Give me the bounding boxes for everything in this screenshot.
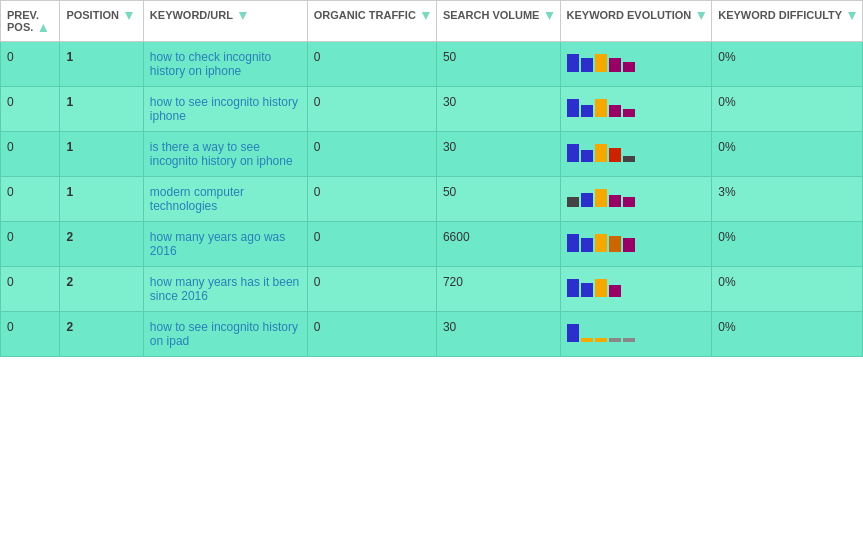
col-header-difficulty[interactable]: KEYWORD DIFFICULTY (712, 1, 863, 42)
bar (567, 279, 579, 297)
cell-keyword[interactable]: how to see incognito history on ipad (143, 312, 307, 357)
table-row: 0 2 how many years has it been since 201… (1, 267, 863, 312)
bar-chart (567, 185, 706, 207)
bar-chart (567, 95, 706, 117)
col-header-evolution[interactable]: KEYWORD EVOLUTION (560, 1, 712, 42)
cell-evolution (560, 42, 712, 87)
bar (581, 238, 593, 252)
bar (623, 238, 635, 252)
table-row: 0 1 modern computer technologies 0 50 3% (1, 177, 863, 222)
cell-evolution (560, 132, 712, 177)
bar (581, 283, 593, 297)
prev-pos-label: PREV. POS. (7, 9, 39, 33)
keyword-link[interactable]: how to see incognito history iphone (150, 95, 298, 123)
cell-keyword[interactable]: how many years ago was 2016 (143, 222, 307, 267)
keyword-link[interactable]: is there a way to see incognito history … (150, 140, 293, 168)
bar (581, 105, 593, 117)
bar (595, 54, 607, 72)
cell-organic: 0 (307, 132, 436, 177)
bar-chart (567, 50, 706, 72)
cell-keyword[interactable]: how many years has it been since 2016 (143, 267, 307, 312)
bar (567, 234, 579, 252)
bar (567, 144, 579, 162)
col-header-position[interactable]: POSITION (60, 1, 143, 42)
cell-prev-pos: 0 (1, 42, 60, 87)
cell-search-volume: 50 (436, 177, 560, 222)
cell-search-volume: 30 (436, 312, 560, 357)
sort-icon-keyword[interactable] (239, 12, 247, 20)
cell-position: 2 (60, 312, 143, 357)
cell-prev-pos: 0 (1, 222, 60, 267)
keyword-url-label: KEYWORD/URL (150, 9, 233, 21)
bar (609, 148, 621, 162)
bar (567, 54, 579, 72)
cell-keyword[interactable]: how to check incognito history on iphone (143, 42, 307, 87)
col-header-prev-pos[interactable]: PREV. POS. (1, 1, 60, 42)
keyword-link[interactable]: how many years has it been since 2016 (150, 275, 299, 303)
cell-position: 2 (60, 222, 143, 267)
cell-search-volume: 50 (436, 42, 560, 87)
cell-organic: 0 (307, 177, 436, 222)
search-volume-label: SEARCH VOLUME (443, 9, 540, 21)
cell-evolution (560, 312, 712, 357)
position-value: 1 (66, 50, 73, 64)
position-value: 1 (66, 95, 73, 109)
cell-prev-pos: 0 (1, 177, 60, 222)
bar (609, 105, 621, 117)
cell-difficulty: 0% (712, 87, 863, 132)
sort-icon-organic[interactable] (422, 12, 430, 20)
bar (595, 144, 607, 162)
keyword-evolution-label: KEYWORD EVOLUTION (567, 9, 692, 21)
sort-icon-prev-pos[interactable] (39, 24, 47, 32)
keyword-difficulty-label: KEYWORD DIFFICULTY (718, 9, 842, 21)
bar (609, 236, 621, 252)
bar (581, 58, 593, 72)
bar (609, 338, 621, 342)
cell-keyword[interactable]: is there a way to see incognito history … (143, 132, 307, 177)
col-header-organic[interactable]: ORGANIC TRAFFIC (307, 1, 436, 42)
cell-difficulty: 0% (712, 312, 863, 357)
bar (567, 197, 579, 207)
col-header-keyword[interactable]: KEYWORD/URL (143, 1, 307, 42)
cell-organic: 0 (307, 42, 436, 87)
bar (595, 234, 607, 252)
bar (609, 58, 621, 72)
organic-traffic-label: ORGANIC TRAFFIC (314, 9, 416, 21)
cell-keyword[interactable]: how to see incognito history iphone (143, 87, 307, 132)
cell-organic: 0 (307, 312, 436, 357)
bar (595, 279, 607, 297)
cell-position: 1 (60, 132, 143, 177)
position-value: 2 (66, 275, 73, 289)
col-header-search[interactable]: SEARCH VOLUME (436, 1, 560, 42)
cell-prev-pos: 0 (1, 87, 60, 132)
bar (623, 62, 635, 72)
sort-icon-difficulty[interactable] (848, 12, 856, 20)
keyword-link[interactable]: how many years ago was 2016 (150, 230, 285, 258)
bar-chart (567, 275, 706, 297)
keyword-link[interactable]: how to see incognito history on ipad (150, 320, 298, 348)
table-row: 0 1 how to see incognito history iphone … (1, 87, 863, 132)
sort-icon-position[interactable] (125, 12, 133, 20)
bar (595, 189, 607, 207)
cell-difficulty: 3% (712, 177, 863, 222)
keyword-link[interactable]: how to check incognito history on iphone (150, 50, 271, 78)
bar (623, 197, 635, 207)
sort-icon-evolution[interactable] (697, 12, 705, 20)
bar (567, 324, 579, 342)
sort-icon-search[interactable] (546, 12, 554, 20)
table-row: 0 2 how many years ago was 2016 0 6600 0… (1, 222, 863, 267)
position-value: 1 (66, 140, 73, 154)
bar (623, 156, 635, 162)
cell-evolution (560, 267, 712, 312)
cell-organic: 0 (307, 87, 436, 132)
table-row: 0 1 is there a way to see incognito hist… (1, 132, 863, 177)
cell-keyword[interactable]: modern computer technologies (143, 177, 307, 222)
cell-position: 1 (60, 42, 143, 87)
bar (581, 150, 593, 162)
keyword-link[interactable]: modern computer technologies (150, 185, 244, 213)
bar (567, 99, 579, 117)
bar (581, 338, 593, 342)
bar (581, 193, 593, 207)
cell-difficulty: 0% (712, 267, 863, 312)
cell-search-volume: 6600 (436, 222, 560, 267)
